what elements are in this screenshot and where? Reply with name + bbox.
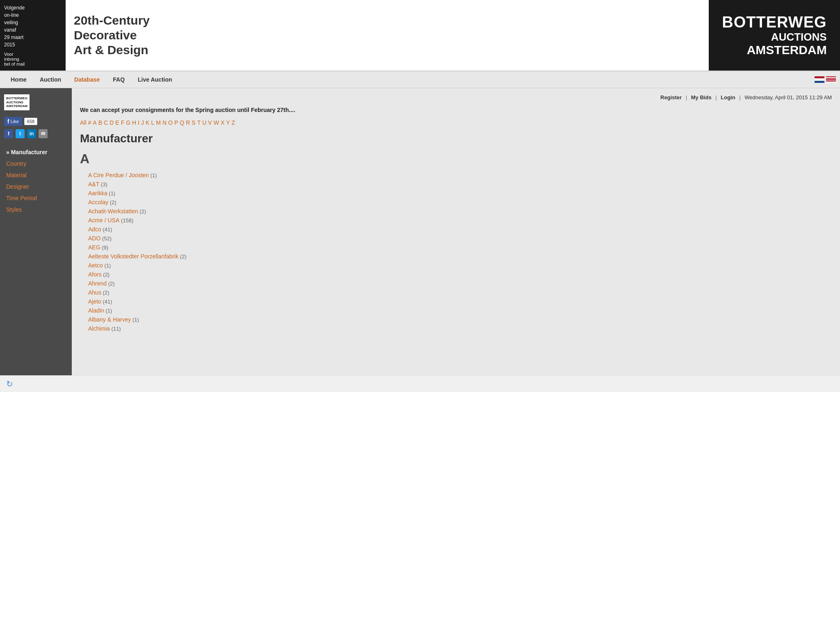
list-item: Aarikka (1) [80, 189, 832, 198]
promo-text4: vanaf [4, 27, 16, 33]
alpha-link-c[interactable]: C [104, 119, 108, 126]
alpha-link-i[interactable]: I [138, 119, 139, 126]
alpha-link-j[interactable]: J [141, 119, 144, 126]
promo-text3: veiling [4, 20, 18, 25]
alpha-link-all[interactable]: All [80, 119, 87, 126]
register-link[interactable]: Register [660, 94, 682, 100]
list-item: Aetco (1) [80, 261, 832, 270]
alpha-link-x[interactable]: X [221, 119, 224, 126]
alpha-link-m[interactable]: M [156, 119, 161, 126]
manufacturer-count: (2) [138, 208, 146, 215]
alpha-link-s[interactable]: S [192, 119, 195, 126]
manufacturer-count: (41) [101, 299, 112, 305]
manufacturer-link[interactable]: Aetco [88, 262, 103, 269]
alpha-link-r[interactable]: R [186, 119, 190, 126]
manufacturer-link[interactable]: Accolay [88, 199, 108, 205]
manufacturer-link[interactable]: AEG [88, 244, 100, 251]
flag-us-icon[interactable] [826, 76, 836, 83]
manufacturer-link[interactable]: Albany & Harvey [88, 316, 131, 323]
alpha-link-a[interactable]: A [93, 119, 96, 126]
manufacturer-link[interactable]: Aarikka [88, 190, 107, 196]
alpha-link-l[interactable]: L [151, 119, 154, 126]
header-brand: BOTTERWEG AUCTIONS AMSTERDAM [709, 0, 840, 71]
alpha-link-f[interactable]: F [121, 119, 125, 126]
consignment-message: We can accept your consignments for the … [80, 107, 832, 113]
brand-city: AMSTERDAM [722, 43, 826, 57]
top-bar: Register | My Bids | Login | Wednesday, … [80, 94, 832, 100]
list-item: Achatit-Werkstatten (2) [80, 207, 832, 216]
sidebar-item-styles[interactable]: Styles [4, 204, 68, 215]
facebook-like[interactable]: f Like 658 [4, 117, 68, 126]
flag-nl-icon[interactable] [815, 76, 824, 83]
alpha-link-#[interactable]: # [88, 119, 91, 126]
alpha-link-t[interactable]: T [197, 119, 201, 126]
manufacturer-link[interactable]: Ahus [88, 289, 101, 296]
nav-auction[interactable]: Auction [33, 71, 68, 88]
promo-text2: on-line [4, 12, 19, 18]
manufacturer-link[interactable]: A&T [88, 181, 99, 187]
manufacturer-link[interactable]: Achatit-Werkstatten [88, 208, 138, 215]
nav-faq[interactable]: FAQ [106, 71, 131, 88]
list-item: Ahrend (2) [80, 279, 832, 288]
sidebar-item-manufacturer[interactable]: Manufacturer [4, 146, 68, 158]
manufacturer-link[interactable]: Ajeto [88, 298, 101, 305]
alpha-link-b[interactable]: B [98, 119, 102, 126]
sidebar-item-material[interactable]: Material [4, 169, 68, 181]
list-item: AEG (9) [80, 243, 832, 252]
twitter-icon[interactable]: t [16, 129, 25, 138]
fb-like-button[interactable]: f Like [4, 117, 22, 126]
manufacturer-count: (41) [101, 226, 112, 233]
alpha-link-y[interactable]: Y [226, 119, 230, 126]
alpha-link-u[interactable]: U [202, 119, 206, 126]
list-item: Aelteste Volkstedter Porzellanfabrik (2) [80, 252, 832, 261]
manufacturer-link[interactable]: Alchimia [88, 325, 110, 332]
manufacturer-link[interactable]: ADO [88, 235, 100, 242]
login-link[interactable]: Login [721, 94, 735, 100]
nav-live-auction[interactable]: Live Auction [131, 71, 179, 88]
linkedin-icon[interactable]: in [27, 129, 36, 138]
alpha-link-e[interactable]: E [115, 119, 119, 126]
list-item: Acme / USA (158) [80, 216, 832, 225]
alpha-link-k[interactable]: K [146, 119, 149, 126]
promo-text5: 29 maart [4, 34, 23, 40]
alpha-link-w[interactable]: W [214, 119, 219, 126]
manufacturer-link[interactable]: Aladin [88, 307, 104, 314]
contact-info: Voor inbreng bel of mail [4, 52, 62, 66]
alpha-link-n[interactable]: N [162, 119, 167, 126]
alpha-link-h[interactable]: H [132, 119, 136, 126]
title-line3: Art & Design [74, 43, 148, 57]
alpha-navigation: All#ABCDEFGHIJKLMNOPQRSTUVWXYZ [80, 119, 832, 126]
manufacturer-link[interactable]: Adco [88, 226, 101, 233]
alpha-link-z[interactable]: Z [232, 119, 235, 126]
manufacturer-count: (1) [103, 262, 111, 269]
alpha-link-v[interactable]: V [208, 119, 212, 126]
list-item: Accolay (2) [80, 198, 832, 207]
alpha-link-q[interactable]: Q [180, 119, 184, 126]
list-item: Albany & Harvey (1) [80, 315, 832, 324]
sidebar-nav: Manufacturer Country Material Designer T… [4, 146, 68, 215]
sidebar-item-country[interactable]: Country [4, 158, 68, 169]
manufacturer-link[interactable]: Afors [88, 271, 102, 278]
my-bids-link[interactable]: My Bids [691, 94, 712, 100]
manufacturer-link[interactable]: Ahrend [88, 280, 107, 287]
alpha-link-o[interactable]: O [168, 119, 173, 126]
nav-database[interactable]: Database [68, 71, 106, 88]
manufacturer-count: (52) [100, 235, 112, 242]
email-icon[interactable]: ✉ [39, 129, 48, 138]
facebook-icon[interactable]: f [4, 129, 13, 138]
list-item: A Cire Perdue / Joosten (1) [80, 171, 832, 180]
manufacturer-link[interactable]: Acme / USA [88, 217, 119, 224]
sidebar-item-time-period[interactable]: Time Period [4, 192, 68, 204]
language-flags [815, 76, 836, 83]
manufacturer-link[interactable]: A Cire Perdue / Joosten [88, 172, 149, 178]
sidebar-item-designer[interactable]: Designer [4, 181, 68, 192]
alpha-link-d[interactable]: D [110, 119, 114, 126]
manufacturer-link[interactable]: Aelteste Volkstedter Porzellanfabrik [88, 253, 178, 260]
alpha-link-g[interactable]: G [126, 119, 130, 126]
nav-home[interactable]: Home [4, 71, 33, 88]
refresh-icon[interactable]: ↻ [6, 379, 13, 389]
manufacturer-count: (1) [107, 190, 116, 196]
alpha-link-p[interactable]: P [174, 119, 178, 126]
manufacturer-count: (2) [102, 272, 110, 278]
manufacturer-count: (9) [100, 244, 109, 251]
